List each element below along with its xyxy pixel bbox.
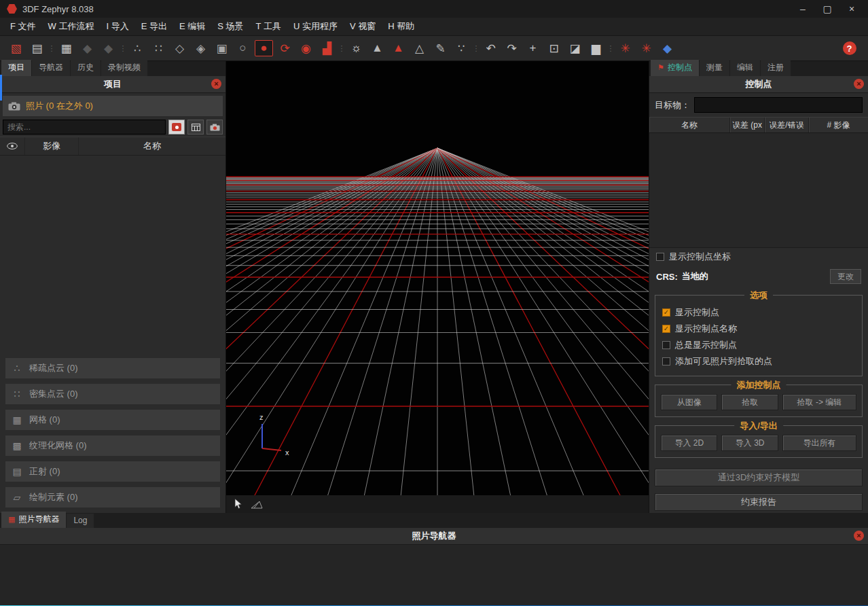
option-checkbox-0[interactable]: ✓ bbox=[662, 308, 670, 317]
gcp-column-header-0[interactable]: 名称 bbox=[649, 118, 730, 132]
maximize-button[interactable]: ▢ bbox=[818, 3, 837, 14]
io-buttons-2[interactable]: 导出所有 bbox=[782, 435, 856, 451]
menu-item-7[interactable]: U 实用程序 bbox=[287, 18, 344, 35]
menu-item-3[interactable]: E 导出 bbox=[135, 18, 173, 35]
io-buttons-1[interactable]: 导入 3D bbox=[721, 435, 778, 451]
target-input[interactable] bbox=[694, 97, 863, 113]
tree-item-2[interactable]: ▦网格 (0) bbox=[5, 410, 220, 430]
photo-list-empty bbox=[0, 156, 225, 358]
close-button[interactable]: × bbox=[842, 3, 861, 14]
tree-item-3[interactable]: ▩纹理化网格 (0) bbox=[5, 435, 220, 456]
constraint-report-button[interactable]: 约束报告 bbox=[655, 493, 863, 511]
tree-item-4[interactable]: ▤正射 (0) bbox=[5, 461, 220, 482]
show-coordinates-checkbox[interactable] bbox=[656, 253, 664, 261]
tree-item-1[interactable]: ∷密集点云 (0) bbox=[5, 384, 220, 404]
menu-item-4[interactable]: E 编辑 bbox=[173, 18, 211, 35]
svg-text:z: z bbox=[259, 413, 264, 421]
menu-item-0[interactable]: F 文件 bbox=[4, 18, 42, 35]
menu-item-8[interactable]: V 视窗 bbox=[344, 18, 382, 35]
left-tab-3[interactable]: 录制视频 bbox=[101, 60, 147, 76]
gcp-column-header-3[interactable]: # 影像 bbox=[809, 118, 868, 132]
left-tab-0[interactable]: 项目 bbox=[1, 60, 31, 76]
settings-gear-icon[interactable]: ✳ bbox=[636, 38, 657, 58]
visibility-column-header[interactable] bbox=[0, 137, 25, 155]
camera-type-filter-button[interactable] bbox=[206, 120, 223, 135]
menu-item-9[interactable]: H 帮助 bbox=[382, 18, 420, 35]
workflow-cube-icon[interactable]: ◆ bbox=[77, 38, 98, 58]
save-project-icon[interactable]: ▤ bbox=[26, 38, 48, 58]
minimize-button[interactable]: – bbox=[793, 3, 812, 14]
mesh-icon[interactable]: ◇ bbox=[169, 38, 190, 58]
close-project-panel-button[interactable]: × bbox=[211, 79, 221, 89]
mesh-red-icon[interactable]: ▲ bbox=[388, 38, 409, 58]
script-gear-icon[interactable]: ✳ bbox=[615, 38, 636, 58]
option-checkbox-3[interactable] bbox=[662, 357, 670, 366]
right-tab-1[interactable]: 测量 bbox=[700, 60, 729, 76]
menu-item-6[interactable]: T 工具 bbox=[250, 18, 287, 35]
textured-mesh-icon[interactable]: ◈ bbox=[190, 38, 211, 58]
clipping-plane-icon[interactable]: ◪ bbox=[564, 38, 585, 58]
crop-icon[interactable]: ⊡ bbox=[543, 38, 564, 58]
sparse-cloud-icon[interactable]: ∴ bbox=[127, 38, 148, 58]
bottom-tab-1[interactable]: Log bbox=[67, 514, 94, 528]
graph-icon[interactable]: ▟ bbox=[317, 38, 338, 58]
gcp-column-header-2[interactable]: 误差/错误 bbox=[765, 118, 809, 132]
search-input[interactable] bbox=[3, 120, 166, 135]
images-column-header[interactable]: 影像 bbox=[25, 137, 79, 155]
loop-icon[interactable]: ⟳ bbox=[274, 38, 295, 58]
mesh-shaded-icon[interactable]: ▲ bbox=[367, 38, 388, 58]
bottom-tab-0[interactable]: ▦照片导航器 bbox=[1, 512, 66, 528]
close-control-points-button[interactable]: × bbox=[854, 79, 864, 89]
stereo-sphere-icon[interactable]: ○ bbox=[232, 38, 253, 58]
camera-filter-button[interactable] bbox=[168, 120, 185, 135]
add-buttons-2[interactable]: 拾取 -> 编辑 bbox=[782, 394, 856, 410]
add-buttons-0[interactable]: 从图像 bbox=[661, 394, 717, 410]
record-icon[interactable]: ◉ bbox=[295, 38, 317, 58]
right-tab-2[interactable]: 编辑 bbox=[730, 60, 760, 76]
io-buttons-0[interactable]: 导入 2D bbox=[661, 435, 717, 451]
left-tab-2[interactable]: 历史 bbox=[71, 60, 101, 76]
camera-icon bbox=[8, 102, 20, 111]
add-group-title: 添加控制点 bbox=[731, 379, 786, 391]
right-tab-3[interactable]: 注册 bbox=[761, 60, 791, 76]
gcp-list-empty[interactable] bbox=[649, 133, 868, 248]
close-photo-navigator-button[interactable]: × bbox=[854, 531, 864, 541]
masquerade-icon[interactable]: ◆ bbox=[657, 38, 678, 58]
viewport-3d[interactable]: zx bbox=[226, 61, 649, 513]
align-model-button[interactable]: 通过3D约束对齐模型 bbox=[655, 469, 863, 486]
photo-navigator-content[interactable] bbox=[0, 545, 868, 605]
slope-tool-icon[interactable] bbox=[251, 500, 263, 509]
option-checkbox-2[interactable] bbox=[662, 341, 670, 349]
transform-gizmo-icon[interactable]: + bbox=[522, 38, 543, 58]
photos-item[interactable]: 照片 (0 在之外 0) bbox=[3, 96, 223, 116]
paint-brush-icon[interactable]: ✎ bbox=[430, 38, 451, 58]
calendar-filter-button[interactable] bbox=[187, 120, 204, 135]
left-tree: ∴稀疏点云 (0)∷密集点云 (0)▦网格 (0)▩纹理化网格 (0)▤正射 (… bbox=[0, 358, 225, 513]
wireframe-icon[interactable]: △ bbox=[409, 38, 430, 58]
dense-cloud-icon[interactable]: ∷ bbox=[148, 38, 169, 58]
menu-item-1[interactable]: W 工作流程 bbox=[42, 18, 101, 35]
workflow-cube-alt-icon[interactable]: ◆ bbox=[98, 38, 119, 58]
cameras-group-icon[interactable]: ∵ bbox=[451, 38, 472, 58]
redo-icon[interactable]: ↷ bbox=[501, 38, 522, 58]
change-crs-button[interactable]: 更改 bbox=[830, 269, 861, 284]
import-photos-icon[interactable]: ▦ bbox=[56, 38, 77, 58]
tree-item-0[interactable]: ∴稀疏点云 (0) bbox=[5, 358, 220, 378]
gcp-column-header-1[interactable]: 误差 (px bbox=[730, 118, 765, 132]
new-project-icon[interactable]: ▧ bbox=[5, 38, 26, 58]
add-buttons-1[interactable]: 拾取 bbox=[721, 394, 778, 410]
option-checkbox-1[interactable]: ✓ bbox=[662, 325, 670, 333]
menu-item-5[interactable]: S 场景 bbox=[211, 18, 249, 35]
camera-capture-icon[interactable]: ● bbox=[255, 40, 273, 56]
name-column-header[interactable]: 名称 bbox=[79, 140, 225, 152]
left-tab-1[interactable]: 导航器 bbox=[32, 60, 70, 76]
help-icon[interactable]: ? bbox=[839, 38, 860, 58]
right-tab-0[interactable]: ⚑控制点 bbox=[651, 60, 699, 76]
undo-icon[interactable]: ↶ bbox=[480, 38, 501, 58]
light-icon[interactable]: ☼ bbox=[346, 38, 367, 58]
orthophoto-icon[interactable]: ▣ bbox=[211, 38, 232, 58]
cursor-tool-icon[interactable] bbox=[234, 499, 242, 510]
menu-item-2[interactable]: I 导入 bbox=[100, 18, 134, 35]
tree-item-5[interactable]: ▱绘制元素 (0) bbox=[5, 487, 220, 507]
histogram-icon[interactable]: ▆ bbox=[585, 38, 607, 58]
